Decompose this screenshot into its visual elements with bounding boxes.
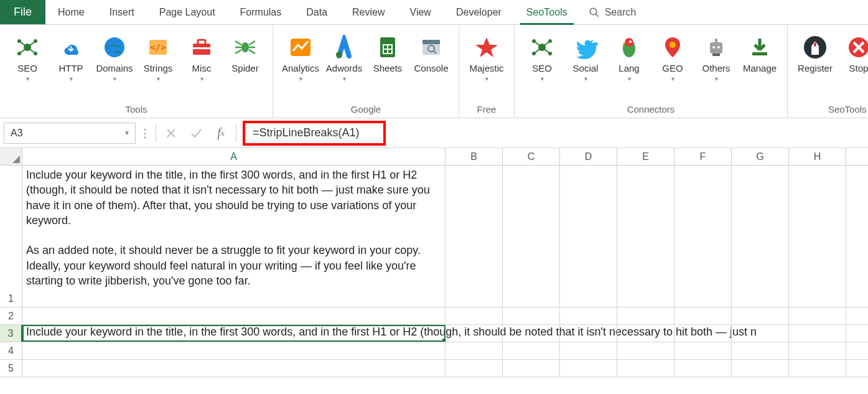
cell-C3[interactable] — [503, 325, 560, 342]
cell-G4[interactable] — [732, 342, 789, 359]
row-header-2[interactable]: 2 — [0, 307, 22, 324]
cmd-majestic[interactable]: Majestic▾ — [467, 31, 506, 101]
cmd-register[interactable]: Register — [795, 31, 835, 101]
cmd-console[interactable]: Console — [411, 31, 451, 101]
cmd-lang[interactable]: Lang▾ — [609, 31, 649, 101]
cell-B2[interactable] — [446, 307, 503, 324]
cell-E2[interactable] — [617, 307, 674, 324]
cmd-label: Manage — [743, 63, 777, 74]
cell-F4[interactable] — [674, 342, 732, 359]
cell-E4[interactable] — [617, 342, 674, 359]
row-header-5[interactable]: 5 — [0, 360, 22, 377]
cell-B4[interactable] — [446, 342, 503, 359]
cell-A3[interactable] — [22, 325, 446, 342]
cancel-formula-button[interactable] — [159, 123, 184, 144]
cmd-domains[interactable]: Domains▾ — [95, 31, 134, 101]
col-header-B[interactable]: B — [446, 148, 503, 165]
enter-formula-button[interactable] — [184, 123, 208, 144]
col-header-A[interactable]: A — [22, 148, 446, 165]
tab-review[interactable]: Review — [340, 0, 397, 24]
cell-C5[interactable] — [503, 360, 560, 377]
cell-E3[interactable] — [617, 325, 674, 342]
cmd-adwords[interactable]: Adwords▾ — [324, 31, 364, 101]
cell-F1[interactable] — [674, 166, 732, 307]
cell-F5[interactable] — [674, 360, 732, 377]
cell-D3[interactable] — [560, 325, 617, 342]
cmd-http[interactable]: HTTP▾ — [51, 31, 91, 101]
cell-B3[interactable] — [446, 325, 503, 342]
cmd-social[interactable]: Social▾ — [566, 31, 605, 101]
cell-A5[interactable] — [22, 360, 446, 377]
cell-B1[interactable] — [446, 166, 503, 307]
cell-D2[interactable] — [560, 307, 617, 324]
tab-formulas[interactable]: Formulas — [228, 0, 294, 24]
column-headers: A B C D E F G H — [0, 148, 868, 166]
tab-home[interactable]: Home — [45, 0, 97, 24]
cell-G5[interactable] — [732, 360, 789, 377]
col-header-F[interactable]: F — [674, 148, 732, 165]
cell-H2[interactable] — [789, 307, 846, 324]
svg-rect-47 — [712, 54, 720, 56]
split-handle-icon[interactable]: ⋮ — [136, 126, 153, 140]
col-header-C[interactable]: C — [503, 148, 560, 165]
tab-page-layout[interactable]: Page Layout — [147, 0, 228, 24]
cmd-label: Others — [702, 63, 730, 74]
cell-B5[interactable] — [446, 360, 503, 377]
cmd-seo[interactable]: SEO▾ — [7, 31, 47, 101]
cmd-others[interactable]: Others▾ — [696, 31, 736, 101]
cmd-stop[interactable]: Stop — [839, 31, 868, 101]
cell-D5[interactable] — [560, 360, 617, 377]
cell-G1[interactable] — [732, 166, 789, 307]
cell-C4[interactable] — [503, 342, 560, 359]
cell-E5[interactable] — [617, 360, 674, 377]
cell-G2[interactable] — [732, 307, 789, 324]
cmd-conn-seo[interactable]: SEO▾ — [522, 31, 562, 101]
cmd-spider[interactable]: Spider — [225, 31, 265, 101]
row-header-3[interactable]: 3 — [0, 325, 22, 342]
cmd-strings[interactable]: </> Strings▾ — [138, 31, 178, 101]
network-icon — [15, 35, 40, 60]
cell-F3[interactable] — [674, 325, 732, 342]
cell-G3[interactable] — [732, 325, 789, 342]
cell-H1[interactable] — [789, 166, 846, 307]
cell-A2[interactable] — [22, 307, 446, 324]
cell-C1[interactable] — [503, 166, 560, 307]
tab-insert[interactable]: Insert — [97, 0, 147, 24]
row-header-4[interactable]: 4 — [0, 342, 22, 359]
col-header-G[interactable]: G — [732, 148, 789, 165]
tab-seotools[interactable]: SeoTools — [514, 0, 580, 24]
cmd-manage[interactable]: Manage — [740, 31, 780, 101]
svg-rect-48 — [752, 52, 767, 55]
tab-developer[interactable]: Developer — [444, 0, 514, 24]
search-label: Search — [605, 7, 637, 18]
tab-data[interactable]: Data — [294, 0, 340, 24]
tell-me-search[interactable]: Search — [580, 0, 645, 24]
cell-E1[interactable] — [617, 166, 674, 307]
tab-file[interactable]: File — [0, 0, 45, 24]
svg-point-19 — [336, 52, 342, 58]
cell-H3[interactable] — [789, 325, 846, 342]
col-header-H[interactable]: H — [789, 148, 846, 165]
formula-input[interactable]: =StripLineBreaks(A1) — [253, 126, 360, 139]
cmd-misc[interactable]: Misc▾ — [182, 31, 222, 101]
cell-C2[interactable] — [503, 307, 560, 324]
cell-A4[interactable] — [22, 342, 446, 359]
name-box[interactable]: A3 ▼ — [4, 123, 136, 144]
row-5: 5 — [0, 360, 868, 377]
row-header-1[interactable]: 1 — [0, 166, 22, 307]
tab-view[interactable]: View — [398, 0, 444, 24]
cell-H5[interactable] — [789, 360, 846, 377]
cmd-sheets[interactable]: Sheets — [368, 31, 408, 101]
select-all-corner[interactable] — [0, 148, 22, 165]
col-header-D[interactable]: D — [560, 148, 617, 165]
col-header-E[interactable]: E — [617, 148, 674, 165]
cell-H4[interactable] — [789, 342, 846, 359]
cloud-download-icon — [58, 35, 83, 60]
cmd-analytics[interactable]: Analytics▾ — [281, 31, 320, 101]
cell-D1[interactable] — [560, 166, 617, 307]
cell-D4[interactable] — [560, 342, 617, 359]
cell-F2[interactable] — [674, 307, 732, 324]
cell-A1[interactable]: Include your keyword in the title, in th… — [22, 166, 446, 307]
cmd-geo[interactable]: GEO▾ — [653, 31, 693, 101]
insert-function-button[interactable]: fx — [208, 123, 233, 144]
